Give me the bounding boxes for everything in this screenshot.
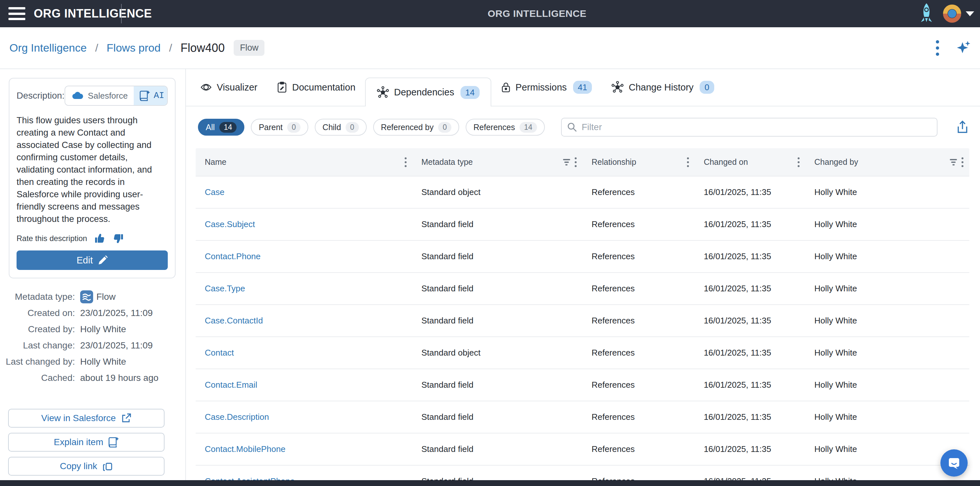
tab-label: Permissions	[515, 82, 567, 93]
row-name-link[interactable]: Case.ContactId	[205, 316, 263, 326]
user-menu[interactable]	[942, 4, 974, 23]
table-row[interactable]: Contact.Email Standard field References …	[196, 369, 969, 401]
table-row[interactable]: Case.ContactId Standard field References…	[196, 305, 969, 337]
row-changed-by: Holly White	[805, 412, 969, 422]
table-row[interactable]: Contact.Phone Standard field References …	[196, 241, 969, 273]
meta-row-last-change: Last change: 23/01/2025, 11:09	[0, 337, 185, 354]
chip-count: 0	[287, 122, 301, 133]
source-ai-toggle[interactable]: AI	[134, 86, 168, 105]
rate-description-label: Rate this description	[17, 234, 87, 243]
table-row[interactable]: Case.Description Standard field Referenc…	[196, 401, 969, 434]
chip-child[interactable]: Child 0	[315, 119, 367, 136]
details-sidebar: Description: Salesforce AI	[0, 69, 186, 486]
filter-input[interactable]	[561, 118, 938, 137]
column-filter-icon[interactable]	[563, 159, 570, 165]
eye-icon	[200, 82, 212, 92]
dependencies-toolbar: All 14 Parent 0 Child 0 Referenced by 0 …	[186, 106, 980, 145]
row-relationship: References	[582, 444, 695, 454]
row-changed-by: Holly White	[805, 348, 969, 358]
hamburger-menu-icon[interactable]	[8, 7, 25, 20]
thumbs-down-icon[interactable]	[113, 233, 123, 243]
table-row[interactable]: Case Standard object References 16/01/20…	[196, 176, 969, 209]
column-menu-kebab-icon[interactable]	[687, 157, 689, 167]
tab-change-history[interactable]: Change History 0	[601, 69, 724, 106]
copy-link-button[interactable]: Copy link	[8, 457, 164, 476]
relationship-filter-chips: All 14 Parent 0 Child 0 Referenced by 0 …	[198, 119, 545, 136]
topbar-center-title: ORG INTELLIGENCE	[488, 8, 587, 19]
view-in-salesforce-button[interactable]: View in Salesforce	[8, 409, 164, 427]
chip-count: 0	[345, 122, 359, 133]
table-header: Name Metadata type Relationship Changed	[196, 148, 969, 176]
row-changed-on: 16/01/2025, 11:35	[695, 251, 805, 262]
row-name-link[interactable]: Contact.MobilePhone	[205, 444, 286, 454]
tab-dependencies[interactable]: Dependencies 14	[365, 78, 491, 106]
view-in-salesforce-label: View in Salesforce	[41, 413, 116, 423]
copy-link-label: Copy link	[60, 461, 97, 472]
chip-label: Child	[323, 122, 341, 132]
column-menu-kebab-icon[interactable]	[798, 157, 800, 167]
meta-value: Flow	[96, 292, 116, 302]
tab-label: Visualizer	[217, 82, 257, 93]
explain-item-button[interactable]: Explain item	[8, 433, 164, 452]
chip-parent[interactable]: Parent 0	[251, 119, 308, 136]
meta-value: 23/01/2025, 11:09	[80, 340, 153, 351]
row-metadata-type: Standard field	[412, 284, 582, 294]
chip-label: Referenced by	[381, 122, 434, 132]
meta-label: Created on:	[0, 308, 75, 318]
row-relationship: References	[582, 348, 695, 358]
tab-documentation[interactable]: Documentation	[267, 69, 365, 106]
row-name-link[interactable]: Contact.Email	[205, 380, 257, 390]
tab-label: Documentation	[292, 82, 355, 93]
row-relationship: References	[582, 284, 695, 294]
row-relationship: References	[582, 219, 695, 229]
more-actions-kebab-icon[interactable]	[933, 38, 942, 59]
row-changed-on: 16/01/2025, 11:35	[695, 412, 805, 422]
chip-referenced-by[interactable]: Referenced by 0	[373, 119, 459, 136]
explain-item-label: Explain item	[54, 437, 103, 447]
description-panel: Description: Salesforce AI	[9, 78, 175, 278]
row-changed-on: 16/01/2025, 11:35	[695, 348, 805, 358]
column-menu-kebab-icon[interactable]	[405, 157, 407, 167]
chip-references[interactable]: References 14	[466, 119, 544, 136]
row-changed-by: Holly White	[805, 187, 969, 197]
tab-visualizer[interactable]: Visualizer	[191, 69, 267, 106]
row-name-link[interactable]: Case.Type	[205, 284, 245, 293]
row-name-link[interactable]: Contact	[205, 348, 234, 357]
column-menu-kebab-icon[interactable]	[575, 157, 577, 167]
chip-all[interactable]: All 14	[198, 119, 244, 136]
column-menu-kebab-icon[interactable]	[961, 157, 963, 167]
meta-row-created-on: Created on: 23/01/2025, 11:09	[0, 305, 185, 321]
export-icon[interactable]	[956, 120, 969, 134]
thumbs-up-icon[interactable]	[95, 233, 105, 243]
table-row[interactable]: Contact Standard object References 16/01…	[196, 337, 969, 369]
flow-type-icon	[80, 291, 93, 303]
breadcrumb-root-link[interactable]: Org Intelligence	[10, 41, 87, 54]
meta-value: Holly White	[80, 357, 126, 367]
edit-description-button[interactable]: Edit	[17, 251, 168, 270]
chat-launcher-button[interactable]	[940, 449, 968, 476]
meta-value: Holly White	[80, 324, 126, 335]
ai-sparkle-icon[interactable]	[956, 40, 972, 56]
row-name-link[interactable]: Contact.Phone	[205, 251, 261, 261]
clipboard-icon	[277, 82, 287, 93]
tab-permissions[interactable]: Permissions 41	[491, 69, 602, 106]
rocket-icon[interactable]	[918, 3, 935, 25]
row-name-link[interactable]: Case.Description	[205, 412, 269, 422]
source-salesforce-toggle[interactable]: Salesforce	[65, 86, 134, 105]
breadcrumb-parent-link[interactable]: Flows prod	[107, 41, 161, 54]
sidebar-actions: View in Salesforce Explain item Copy lin…	[8, 409, 164, 481]
external-link-icon	[121, 413, 131, 423]
column-filter-icon[interactable]	[950, 159, 957, 165]
table-row[interactable]: Case.Type Standard field References 16/0…	[196, 273, 969, 305]
row-metadata-type: Standard field	[412, 316, 582, 326]
meta-label: Last changed by:	[0, 357, 75, 367]
chip-label: References	[473, 122, 515, 132]
row-name-link[interactable]: Case.Subject	[205, 219, 255, 229]
table-row[interactable]: Case.Subject Standard field References 1…	[196, 209, 969, 241]
row-name-link[interactable]: Case	[205, 187, 224, 197]
row-changed-by: Holly White	[805, 251, 969, 262]
table-row[interactable]: Contact.MobilePhone Standard field Refer…	[196, 434, 969, 465]
table-body: Case Standard object References 16/01/20…	[196, 176, 969, 486]
row-relationship: References	[582, 187, 695, 197]
chip-label: All	[206, 122, 215, 132]
